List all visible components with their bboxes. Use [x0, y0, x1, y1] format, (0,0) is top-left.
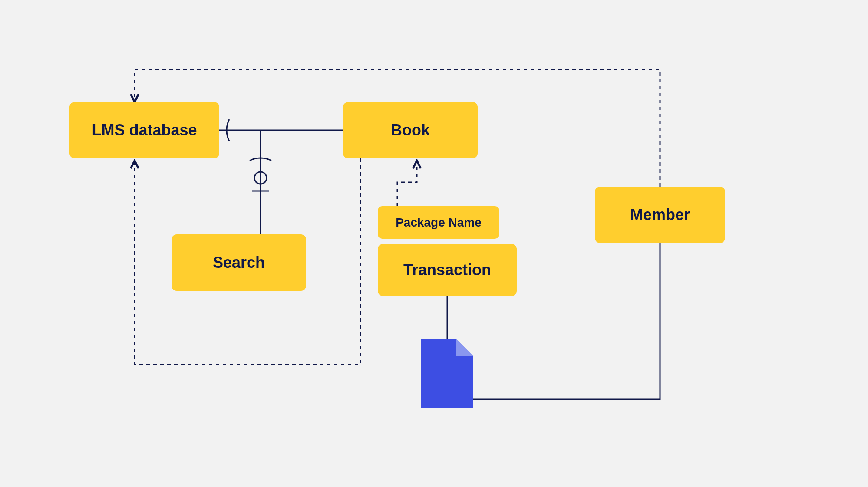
node-search-label: Search — [213, 253, 265, 272]
node-book: Book — [343, 102, 478, 158]
node-lms-database: LMS database — [69, 102, 219, 158]
node-search: Search — [172, 234, 306, 291]
node-member-label: Member — [630, 206, 690, 224]
diagram-canvas: LMS database Book Search Package Name Tr… — [0, 0, 868, 487]
node-lms-database-label: LMS database — [92, 121, 197, 139]
node-transaction-label: Transaction — [403, 261, 491, 279]
document-icon — [421, 339, 473, 408]
edge-package-to-book-dashed — [397, 161, 417, 206]
node-package-name-label: Package Name — [396, 216, 482, 230]
node-package-name: Package Name — [378, 206, 499, 239]
node-member: Member — [595, 187, 725, 243]
node-book-label: Book — [391, 121, 430, 139]
diagram-edges — [0, 0, 868, 487]
node-transaction: Transaction — [378, 244, 517, 296]
